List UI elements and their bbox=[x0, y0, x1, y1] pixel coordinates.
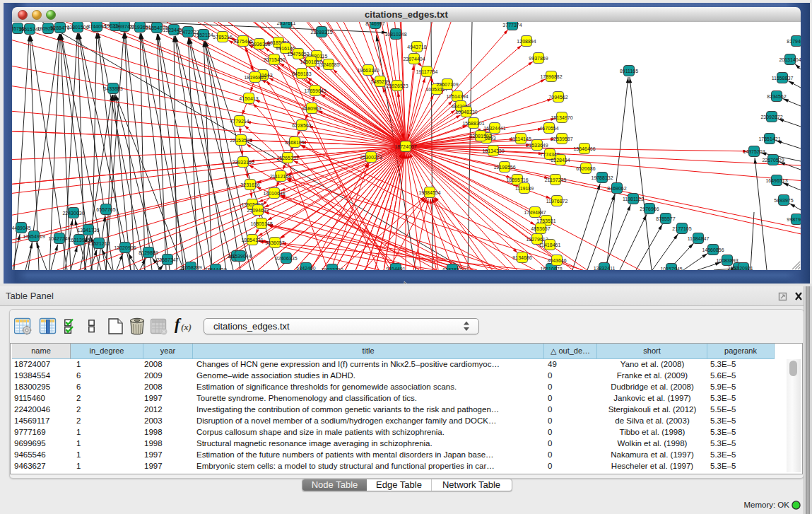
svg-text:15265337: 15265337 bbox=[276, 156, 298, 160]
svg-text:4489045: 4489045 bbox=[12, 226, 31, 230]
svg-text:22081592: 22081592 bbox=[469, 134, 491, 139]
svg-text:5785216: 5785216 bbox=[213, 35, 232, 40]
svg-text:22670529: 22670529 bbox=[762, 158, 784, 163]
svg-text:10083893: 10083893 bbox=[716, 258, 738, 263]
svg-text:18196865: 18196865 bbox=[244, 75, 266, 80]
svg-text:22607109: 22607109 bbox=[436, 82, 458, 87]
svg-text:18134339: 18134339 bbox=[482, 148, 504, 153]
svg-text:22844459: 22844459 bbox=[204, 267, 226, 271]
svg-text:8459183: 8459183 bbox=[292, 71, 311, 76]
svg-text:8179409: 8179409 bbox=[787, 39, 801, 44]
svg-text:18724007: 18724007 bbox=[394, 144, 416, 149]
svg-text:6228434: 6228434 bbox=[551, 158, 570, 163]
svg-text:21539044: 21539044 bbox=[229, 254, 251, 259]
svg-text:21533649: 21533649 bbox=[526, 143, 548, 148]
svg-text:6468105: 6468105 bbox=[285, 140, 304, 145]
svg-text:11981122: 11981122 bbox=[623, 197, 644, 201]
svg-text:19384554: 19384554 bbox=[418, 190, 440, 195]
svg-text:2177105: 2177105 bbox=[672, 226, 691, 231]
svg-text:21112166: 21112166 bbox=[270, 174, 291, 179]
svg-text:7552134: 7552134 bbox=[194, 33, 213, 37]
svg-text:16610878: 16610878 bbox=[540, 267, 562, 271]
svg-text:13646466: 13646466 bbox=[573, 146, 595, 151]
svg-text:12514394: 12514394 bbox=[446, 94, 468, 99]
svg-text:23288315: 23288315 bbox=[310, 30, 332, 35]
svg-text:19022760: 19022760 bbox=[321, 267, 343, 271]
svg-text:3043646: 3043646 bbox=[547, 258, 566, 263]
svg-text:1208894: 1208894 bbox=[517, 39, 536, 44]
svg-text:8469062: 8469062 bbox=[607, 186, 626, 191]
svg-text:8746997: 8746997 bbox=[365, 22, 384, 26]
svg-text:8234562: 8234562 bbox=[767, 94, 786, 99]
svg-text:21197245: 21197245 bbox=[545, 177, 567, 182]
svg-text:6842460: 6842460 bbox=[296, 266, 315, 271]
svg-text:8785577: 8785577 bbox=[656, 216, 675, 221]
svg-text:17494887: 17494887 bbox=[524, 210, 546, 215]
svg-text:25300273: 25300273 bbox=[360, 155, 382, 160]
svg-text:22406335: 22406335 bbox=[275, 256, 297, 261]
svg-text:13020906: 13020906 bbox=[114, 245, 136, 250]
svg-text:15688301: 15688301 bbox=[462, 121, 484, 126]
svg-text:17659643: 17659643 bbox=[304, 88, 326, 93]
svg-text:23926523: 23926523 bbox=[386, 83, 408, 88]
svg-text:13832411: 13832411 bbox=[594, 266, 616, 271]
svg-text:19663180: 19663180 bbox=[357, 68, 379, 73]
svg-text:9987903: 9987903 bbox=[787, 217, 801, 222]
svg-text:7094562: 7094562 bbox=[548, 95, 567, 100]
svg-text:19788132: 19788132 bbox=[591, 175, 613, 180]
svg-text:18854131: 18854131 bbox=[241, 238, 263, 243]
svg-text:4853657: 4853657 bbox=[531, 226, 550, 231]
svg-text:11418461: 11418461 bbox=[539, 243, 561, 247]
svg-text:21094697: 21094697 bbox=[247, 208, 269, 213]
svg-text:11684847: 11684847 bbox=[688, 236, 710, 241]
svg-text:4670554: 4670554 bbox=[539, 126, 558, 131]
svg-text:3777374: 3777374 bbox=[502, 23, 522, 28]
svg-text:19198556: 19198556 bbox=[493, 165, 515, 170]
svg-text:6582877: 6582877 bbox=[442, 267, 461, 271]
svg-text:13341736: 13341736 bbox=[77, 228, 99, 233]
svg-text:5893975: 5893975 bbox=[774, 198, 793, 203]
svg-text:9536057: 9536057 bbox=[265, 240, 284, 245]
svg-text:1753531: 1753531 bbox=[536, 218, 555, 223]
svg-text:23933160: 23933160 bbox=[232, 160, 254, 165]
svg-text:22153595: 22153595 bbox=[230, 138, 252, 143]
svg-text:23974404: 23974404 bbox=[403, 57, 425, 62]
svg-text:1119189: 1119189 bbox=[515, 186, 534, 191]
svg-text:10948230: 10948230 bbox=[455, 110, 477, 115]
svg-text:17896882: 17896882 bbox=[540, 74, 562, 79]
svg-text:22430030: 22430030 bbox=[62, 211, 84, 216]
svg-text:18134970: 18134970 bbox=[551, 115, 572, 120]
svg-text:3320921: 3320921 bbox=[734, 266, 753, 271]
svg-text:23587347: 23587347 bbox=[156, 257, 178, 262]
svg-text:14010648: 14010648 bbox=[263, 191, 285, 196]
svg-text:4150413: 4150413 bbox=[239, 96, 258, 101]
svg-text:3231636: 3231636 bbox=[240, 182, 259, 187]
svg-text:9916145: 9916145 bbox=[276, 46, 295, 51]
svg-text:13246585: 13246585 bbox=[317, 62, 339, 67]
svg-text:23092872: 23092872 bbox=[760, 115, 782, 119]
svg-text:10810248: 10810248 bbox=[384, 32, 406, 37]
svg-text:14560856: 14560856 bbox=[702, 247, 724, 252]
svg-text:2976966: 2976966 bbox=[640, 206, 659, 211]
svg-text:13801506: 13801506 bbox=[66, 25, 88, 30]
svg-text:16313925: 16313925 bbox=[68, 238, 90, 243]
svg-text:11114145: 11114145 bbox=[510, 136, 531, 141]
svg-text:8129889: 8129889 bbox=[139, 250, 158, 255]
svg-text:16805148: 16805148 bbox=[250, 221, 272, 226]
svg-text:11976872: 11976872 bbox=[546, 199, 568, 204]
svg-text:6520686: 6520686 bbox=[576, 166, 595, 171]
svg-text:9937869: 9937869 bbox=[529, 56, 548, 61]
svg-text:6557765: 6557765 bbox=[96, 207, 115, 212]
svg-text:14375203: 14375203 bbox=[743, 149, 765, 154]
svg-text:4779214: 4779214 bbox=[230, 119, 249, 124]
svg-text:9314491: 9314491 bbox=[386, 267, 405, 271]
svg-text:10058289: 10058289 bbox=[180, 265, 201, 270]
svg-text:10157945: 10157945 bbox=[660, 267, 682, 271]
svg-text:11658837: 11658837 bbox=[772, 76, 794, 81]
svg-text:20715450: 20715450 bbox=[263, 57, 285, 62]
svg-text:16324441: 16324441 bbox=[483, 126, 505, 131]
svg-text:13854919: 13854919 bbox=[23, 234, 45, 239]
svg-text:6228503: 6228503 bbox=[292, 123, 311, 128]
svg-text:18895716: 18895716 bbox=[506, 177, 528, 182]
svg-text:19117734: 19117734 bbox=[416, 69, 438, 74]
